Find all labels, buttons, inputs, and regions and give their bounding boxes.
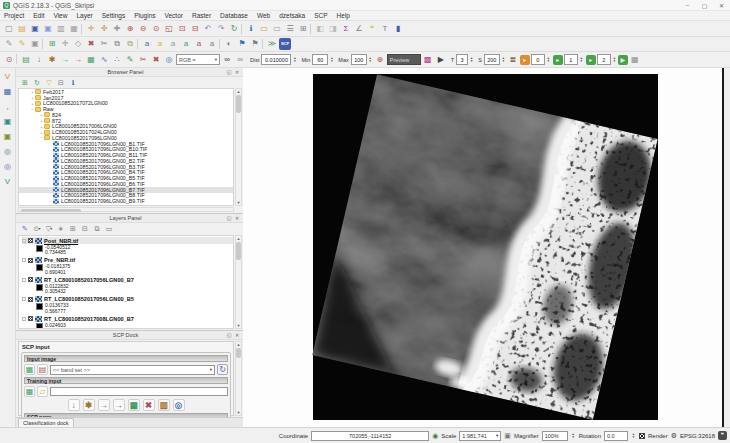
s-field[interactable]: 200	[484, 54, 500, 65]
layer-expander-icon[interactable]	[22, 278, 26, 282]
crs-status[interactable]: EPSG:32618	[680, 433, 715, 439]
preview-combo[interactable]: Preview	[387, 54, 421, 65]
preview-size-spin[interactable]: ▸ 0 ▴▾	[520, 54, 551, 65]
node-tool-icon[interactable]: ◇▾	[72, 38, 84, 50]
float-panel-icon[interactable]: ◱	[225, 332, 233, 338]
render-checkbox[interactable]	[639, 433, 645, 439]
scp-download-products-icon[interactable]: ↓	[33, 54, 45, 66]
layer-expander-icon[interactable]	[22, 239, 26, 243]
float-panel-icon[interactable]: ◱	[225, 215, 233, 221]
filter-browser-icon[interactable]: ▽	[44, 78, 54, 88]
crs-gear-icon[interactable]: ⚙	[671, 432, 677, 440]
add-postgis-layer-icon[interactable]: ▣	[2, 116, 13, 127]
layer-checkbox[interactable]	[28, 316, 33, 321]
dist-field[interactable]: 0.010000	[261, 54, 291, 65]
band-set-combo[interactable]: << band set >>▾	[50, 365, 215, 375]
scp-settings-icon[interactable]: ◎	[173, 399, 185, 411]
pin-labels-icon[interactable]: a▾	[180, 38, 192, 50]
preview-zoom-icon[interactable]: ⊕	[374, 54, 386, 66]
toggle-editing-icon[interactable]: ✎▾	[16, 38, 28, 50]
open-layer-styling-icon[interactable]: ✎▾	[20, 224, 30, 234]
filter-legend-icon[interactable]: ▽▾	[44, 224, 54, 234]
text-annotation-icon[interactable]: T▾	[379, 23, 391, 35]
add-wms-layer-icon[interactable]: ◎	[2, 146, 13, 157]
highlight-labels-icon[interactable]: a▾	[193, 38, 205, 50]
browser-hscrollbar[interactable]	[18, 207, 234, 212]
close-panel-icon[interactable]: ✕	[233, 69, 241, 75]
training-input-field[interactable]	[50, 387, 228, 396]
menu-scp[interactable]: SCP	[314, 12, 327, 19]
scp-open-image-icon[interactable]: ▤	[37, 364, 48, 375]
maximize-button[interactable]: ▢	[696, 0, 713, 10]
close-panel-icon[interactable]: ✕	[233, 215, 241, 221]
layer-diagram-icon[interactable]: a▾	[154, 38, 166, 50]
zoom-to-selection-icon[interactable]: ⊡▾	[176, 23, 188, 35]
scp-download-icon[interactable]: ↓	[68, 399, 80, 411]
pan-to-selection-icon[interactable]: ✜▾	[98, 23, 110, 35]
zoom-full-icon[interactable]: ◱▾	[163, 23, 175, 35]
layer-item[interactable]: RT_LC80010852017056LGN00_B7 0.01228320.3…	[19, 276, 233, 295]
dist-spinner[interactable]: ▴▾	[292, 57, 297, 63]
menu-plugins[interactable]: Plugins	[134, 12, 155, 19]
cumulative-stretch-icon[interactable]: ∞	[221, 54, 233, 66]
scp-clear-icon[interactable]: ✖	[150, 54, 162, 66]
zoom-last-icon[interactable]: ↶▾	[202, 23, 214, 35]
float-panel-icon[interactable]: ◱	[225, 69, 233, 75]
layer-item[interactable]: RT_LC80010852017008LGN00_B7 0.0246030.37…	[19, 315, 233, 329]
menu-settings[interactable]: Settings	[102, 12, 126, 19]
remove-layer-icon[interactable]: ▭▾	[104, 224, 114, 234]
properties-widget-icon[interactable]: ℹ	[68, 78, 78, 88]
move-feature-icon[interactable]: ✛▾	[59, 38, 71, 50]
collapse-all-layers-icon[interactable]: ⊟▾	[80, 224, 90, 234]
scp-columns-icon[interactable]: ▥	[158, 399, 170, 411]
deselect-features-icon[interactable]: ▭▾	[271, 23, 283, 35]
pan-map-icon[interactable]: ✛▾	[85, 23, 97, 35]
scp-class-tools-icon[interactable]: ✱	[83, 399, 95, 411]
menu-help[interactable]: Help	[337, 12, 350, 19]
identify-features-icon[interactable]: ℹ▾	[245, 23, 257, 35]
filter-expression-icon[interactable]: ∗▾	[56, 224, 66, 234]
layer-item[interactable]: RT_LC80010852017056LGN00_B5 0.01367330.5…	[19, 296, 233, 315]
paste-features-icon[interactable]: ⧉▾	[124, 38, 136, 50]
zoom-in-icon[interactable]: ⊕▾	[124, 23, 136, 35]
scp-roi-pencil-icon[interactable]: ✎	[124, 54, 136, 66]
zoom-out-icon[interactable]: ⊖▾	[137, 23, 149, 35]
close-panel-icon[interactable]: ✕	[233, 332, 241, 338]
labeling-options-icon[interactable]: a▾	[167, 38, 179, 50]
layer-labeling-icon[interactable]: a▾	[141, 38, 153, 50]
s-spinner[interactable]: ▴▾	[501, 57, 506, 63]
add-vector-layer-icon[interactable]: V	[2, 71, 13, 82]
scp-zoom-to-roi-icon[interactable]: ◎	[163, 54, 175, 66]
browser-vscrollbar[interactable]: ▲▼	[235, 88, 242, 206]
stddev-stretch-icon[interactable]: ∞	[234, 54, 246, 66]
layer-item[interactable]: Pre_NBR.tif -0.01813750.690401	[19, 257, 233, 276]
save-project-as-icon[interactable]: ▣▾	[42, 23, 54, 35]
add-wcs-layer-icon[interactable]: ◎	[2, 161, 13, 172]
scale-combo[interactable]: 1:981,741▾	[459, 431, 501, 441]
menu-project[interactable]: Project	[4, 12, 24, 19]
menu-vector[interactable]: Vector	[165, 12, 183, 19]
zoom-native-icon[interactable]: ⊙▾	[150, 23, 162, 35]
refresh-map-icon[interactable]: ↻▾	[228, 23, 240, 35]
extents-icon[interactable]: ◉	[432, 432, 438, 440]
scp-spectral-signature-icon[interactable]: ∿	[98, 54, 110, 66]
layer-expander-icon[interactable]	[22, 317, 26, 321]
refresh-bandset-button[interactable]: ↻	[217, 364, 228, 375]
layers-vscrollbar[interactable]: ▲▼	[235, 235, 242, 329]
new-bookmark-icon[interactable]: ⚑▾	[236, 38, 248, 50]
browser-tree-item[interactable]: LC80010852017096LGN00_B9.TIF	[19, 198, 233, 204]
cut-features-icon[interactable]: ✂▾	[98, 38, 110, 50]
statistical-summary-icon[interactable]: Σ▾	[340, 23, 352, 35]
copy-features-icon[interactable]: ⧉▾	[111, 38, 123, 50]
magnifier-spinner[interactable]: ▴▾	[571, 433, 576, 439]
t-field[interactable]: 3	[456, 54, 468, 65]
menu-edit[interactable]: Edit	[33, 12, 44, 19]
scp-export-signatures-icon[interactable]: →	[72, 54, 84, 66]
scp-export-icon[interactable]: →	[113, 399, 125, 411]
scp-vscrollbar[interactable]: ▲▼	[235, 341, 242, 416]
menu-raster[interactable]: Raster	[192, 12, 211, 19]
preview-mode-icon[interactable]: ◐▾	[223, 38, 235, 50]
roi-min-size-spin[interactable]: ▸ 1 ▴▾	[553, 54, 584, 65]
scp-open-training-icon[interactable]: ▦	[24, 386, 35, 397]
composer-manager-icon[interactable]: ▦▾	[68, 23, 80, 35]
